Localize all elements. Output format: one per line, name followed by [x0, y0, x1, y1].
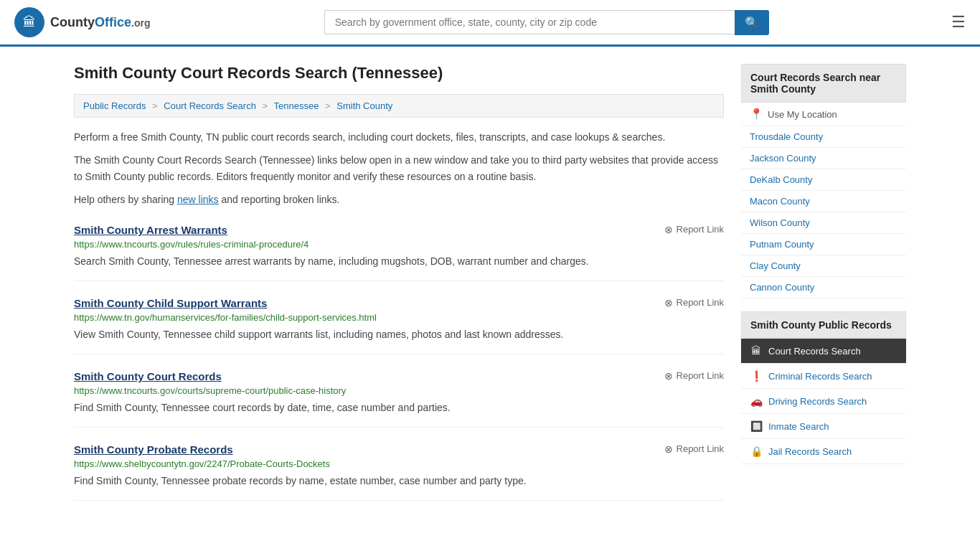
breadcrumb: Public Records > Court Records Search > …	[74, 94, 724, 118]
sidebar-county-trousdale-county[interactable]: Trousdale County	[741, 126, 906, 148]
breadcrumb-tennessee[interactable]: Tennessee	[274, 100, 319, 111]
record-header: Smith County Court Records ⊗ Report Link	[74, 370, 724, 382]
sidebar-nav-criminal-records-search[interactable]: ❗Criminal Records Search	[741, 364, 906, 389]
sidebar-county-wilson-county[interactable]: Wilson County	[741, 212, 906, 234]
nav-label-3: Inmate Search	[768, 421, 829, 432]
sidebar-nav-jail-records-search[interactable]: 🔒Jail Records Search	[741, 439, 906, 464]
record-url-1: https://www.tn.gov/humanservices/for-fam…	[74, 312, 724, 323]
nav-icon-2: 🚗	[750, 395, 763, 407]
breadcrumb-smith-county[interactable]: Smith County	[336, 100, 392, 111]
use-my-location-link[interactable]: 📍 Use My Location	[741, 103, 906, 126]
intro-para-2: The Smith County Court Records Search (T…	[74, 152, 724, 184]
sidebar-nav-court-records-search[interactable]: 🏛Court Records Search	[741, 339, 906, 364]
nearby-section: Court Records Search near Smith County 📍…	[741, 64, 906, 298]
breadcrumb-court-records[interactable]: Court Records Search	[164, 100, 256, 111]
search-area: 🔍	[324, 10, 769, 35]
sidebar-county-macon-county[interactable]: Macon County	[741, 191, 906, 212]
intro-para-3-suffix: and reporting broken links.	[219, 194, 340, 205]
nav-icon-1: ❗	[750, 370, 763, 382]
nav-icon-0: 🏛	[750, 345, 763, 357]
nav-icon-3: 🔲	[750, 420, 763, 432]
nav-label-2: Driving Records Search	[768, 396, 867, 407]
record-desc-0: Search Smith County, Tennessee arrest wa…	[74, 254, 724, 269]
record-title-1[interactable]: Smith County Child Support Warrants	[74, 297, 267, 309]
sidebar-county-dekalb-county[interactable]: DeKalb County	[741, 169, 906, 191]
report-label-0: Report Link	[677, 224, 724, 235]
intro-para-3-prefix: Help others by sharing	[74, 194, 177, 205]
report-link-3[interactable]: ⊗ Report Link	[664, 443, 724, 455]
record-desc-2: Find Smith County, Tennessee court recor…	[74, 400, 724, 415]
sidebar-county-putnam-county[interactable]: Putnam County	[741, 234, 906, 255]
nav-label-0: Court Records Search	[768, 346, 861, 357]
sidebar-nav-driving-records-search[interactable]: 🚗Driving Records Search	[741, 389, 906, 414]
nav-label-4: Jail Records Search	[768, 446, 852, 457]
public-records-nav: 🏛Court Records Search❗Criminal Records S…	[741, 339, 906, 464]
record-item: Smith County Child Support Warrants ⊗ Re…	[74, 297, 724, 354]
nav-label-1: Criminal Records Search	[768, 371, 872, 382]
report-icon-0: ⊗	[664, 224, 673, 235]
report-icon-3: ⊗	[664, 443, 673, 455]
sidebar-nav-inmate-search[interactable]: 🔲Inmate Search	[741, 414, 906, 439]
record-item: Smith County Court Records ⊗ Report Link…	[74, 370, 724, 428]
record-url-2: https://www.tncourts.gov/courts/supreme-…	[74, 385, 724, 396]
breadcrumb-sep-3: >	[325, 100, 331, 111]
logo-area: 🏛 CountyOffice.org	[14, 7, 150, 37]
nearby-title: Court Records Search near Smith County	[741, 64, 906, 103]
use-location-label: Use My Location	[768, 109, 837, 120]
sidebar: Court Records Search near Smith County 📍…	[741, 64, 906, 501]
record-header: Smith County Child Support Warrants ⊗ Re…	[74, 297, 724, 309]
record-url-3: https://www.shelbycountytn.gov/2247/Prob…	[74, 458, 724, 469]
record-title-3[interactable]: Smith County Probate Records	[74, 443, 233, 456]
record-desc-1: View Smith County, Tennessee child suppo…	[74, 327, 724, 342]
report-label-1: Report Link	[677, 297, 724, 308]
record-item: Smith County Arrest Warrants ⊗ Report Li…	[74, 224, 724, 281]
record-desc-3: Find Smith County, Tennessee probate rec…	[74, 474, 724, 489]
new-links-link[interactable]: new links	[177, 194, 219, 205]
search-input[interactable]	[324, 10, 735, 34]
breadcrumb-sep-1: >	[152, 100, 158, 111]
report-label-2: Report Link	[677, 370, 724, 381]
sidebar-county-clay-county[interactable]: Clay County	[741, 255, 906, 277]
breadcrumb-public-records[interactable]: Public Records	[83, 100, 146, 111]
site-header: 🏛 CountyOffice.org 🔍 ☰	[0, 0, 980, 47]
menu-button[interactable]: ☰	[951, 13, 966, 32]
record-header: Smith County Probate Records ⊗ Report Li…	[74, 443, 724, 456]
public-records-title: Smith County Public Records	[741, 311, 906, 339]
report-link-0[interactable]: ⊗ Report Link	[664, 224, 724, 235]
sidebar-county-cannon-county[interactable]: Cannon County	[741, 277, 906, 298]
record-url-0: https://www.tncourts.gov/rules/rules-cri…	[74, 239, 724, 250]
report-icon-1: ⊗	[664, 297, 673, 309]
logo-text: CountyOffice.org	[50, 15, 150, 30]
report-label-3: Report Link	[677, 443, 724, 454]
nav-icon-4: 🔒	[750, 446, 763, 457]
location-icon: 📍	[750, 108, 763, 121]
report-link-2[interactable]: ⊗ Report Link	[664, 370, 724, 382]
record-item: Smith County Probate Records ⊗ Report Li…	[74, 443, 724, 501]
sidebar-county-jackson-county[interactable]: Jackson County	[741, 148, 906, 169]
report-icon-2: ⊗	[664, 370, 673, 382]
record-title-0[interactable]: Smith County Arrest Warrants	[74, 224, 227, 236]
logo-icon: 🏛	[14, 7, 44, 37]
public-records-section: Smith County Public Records 🏛Court Recor…	[741, 311, 906, 464]
search-button[interactable]: 🔍	[735, 10, 769, 35]
breadcrumb-sep-2: >	[263, 100, 268, 111]
intro-para-3: Help others by sharing new links and rep…	[74, 192, 724, 207]
nearby-counties-list: Trousdale CountyJackson CountyDeKalb Cou…	[741, 126, 906, 298]
record-title-2[interactable]: Smith County Court Records	[74, 370, 222, 382]
record-header: Smith County Arrest Warrants ⊗ Report Li…	[74, 224, 724, 236]
main-content: Smith County Court Records Search (Tenne…	[74, 64, 724, 501]
intro-para-1: Perform a free Smith County, TN public c…	[74, 129, 724, 145]
records-list: Smith County Arrest Warrants ⊗ Report Li…	[74, 224, 724, 501]
report-link-1[interactable]: ⊗ Report Link	[664, 297, 724, 309]
page-title: Smith County Court Records Search (Tenne…	[74, 64, 724, 83]
